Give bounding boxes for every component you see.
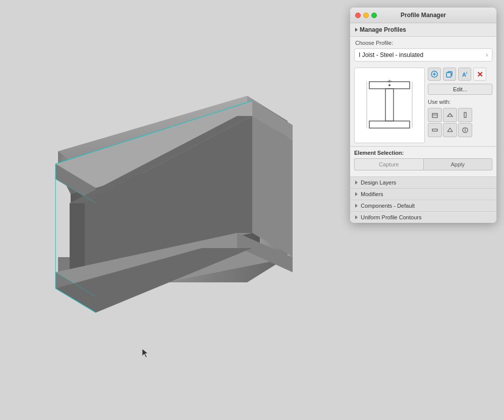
mouse-cursor [142,349,148,358]
use-with-label: Use with: [428,99,492,105]
preview-row: Ai ✕ Edit... Use with: [350,65,496,146]
svg-rect-39 [464,112,466,117]
svg-rect-36 [432,113,437,117]
svg-rect-25 [385,89,394,121]
uniform-profile-expand-icon [355,215,358,219]
panel-title: Profile Manager [401,12,446,19]
element-selection-section: Element Selection: Capture Apply [350,146,496,176]
svg-marker-38 [447,113,453,116]
capture-button[interactable]: Capture [354,158,423,170]
uniform-profile-contours-row[interactable]: Uniform Profile Contours [350,211,496,223]
modifiers-row[interactable]: Modifiers [350,188,496,200]
edit-button[interactable]: Edit... [428,84,492,95]
modifiers-expand-icon [355,192,358,196]
svg-marker-15 [252,116,293,257]
maximize-button[interactable] [371,13,377,18]
components-default-label: Components - Default [361,203,415,209]
capture-apply-row: Capture Apply [354,158,492,170]
use-with-slab-button[interactable] [443,108,457,122]
use-with-beam-button[interactable] [428,123,442,137]
uniform-profile-contours-label: Uniform Profile Contours [361,214,421,220]
duplicate-profile-button[interactable] [443,68,456,81]
svg-marker-14 [70,203,85,272]
info-button[interactable] [458,123,472,137]
profile-preview [354,68,425,143]
use-with-buttons [428,108,492,137]
choose-profile-label: Choose Profile: [350,37,496,47]
joist-3d-view [30,81,323,333]
controls-column: Ai ✕ Edit... Use with: [428,68,492,137]
use-with-wall-button[interactable] [428,108,442,122]
components-default-row[interactable]: Components - Default [350,200,496,211]
svg-rect-40 [432,129,437,131]
traffic-lights [355,13,377,18]
svg-marker-23 [142,349,148,357]
design-layers-expand-icon [355,181,358,185]
minimize-button[interactable] [363,13,369,18]
rename-profile-button[interactable]: Ai [458,68,471,81]
use-with-roof-button[interactable] [443,123,457,137]
manage-profiles-header: Manage Profiles [355,26,491,33]
svg-point-29 [388,84,390,86]
chevron-right-icon: › [486,51,488,58]
use-with-column-button[interactable] [458,108,472,122]
design-layers-row[interactable]: Design Layers [350,176,496,188]
svg-rect-26 [369,121,410,128]
modifiers-label: Modifiers [361,191,383,197]
delete-profile-button[interactable]: ✕ [473,68,486,81]
design-layers-label: Design Layers [361,179,396,186]
profile-dropdown[interactable]: I Joist - Steel - insulated › [354,48,492,62]
svg-rect-35 [446,73,451,77]
profile-manager-panel: Profile Manager Manage Profiles Choose P… [350,8,496,223]
components-expand-icon [355,204,358,208]
expand-icon [355,28,358,32]
svg-point-44 [465,129,466,129]
manage-profiles-section[interactable]: Manage Profiles [350,23,496,37]
close-button[interactable] [355,13,361,18]
add-profile-button[interactable] [428,68,441,81]
apply-button[interactable]: Apply [423,158,493,170]
manage-profiles-label: Manage Profiles [360,26,406,33]
element-selection-label: Element Selection: [354,150,492,156]
panel-titlebar: Profile Manager [350,8,496,23]
icon-buttons-row: Ai ✕ [428,68,492,81]
selected-profile-name: I Joist - Steel - insulated [359,51,423,58]
